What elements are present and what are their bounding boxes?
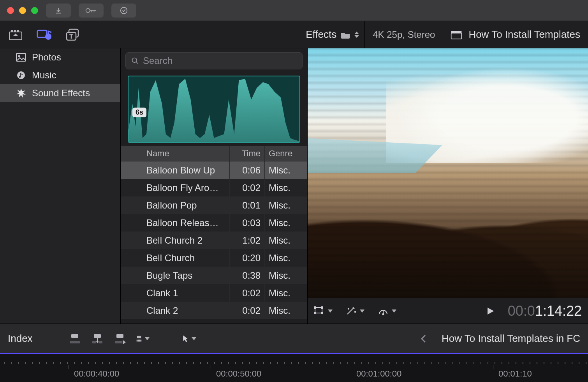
viewer-format-label: 4K 25p, Stereo <box>373 29 435 40</box>
table-row[interactable]: Bell Church 21:02Misc. <box>121 232 307 249</box>
viewer-panel: 00:0 1:14:22 <box>308 48 588 324</box>
connect-clip-button[interactable] <box>68 332 82 345</box>
table-row[interactable]: Balloon Fly Aro…0:02Misc. <box>121 179 307 196</box>
svg-rect-24 <box>314 312 316 314</box>
viewer-canvas[interactable] <box>308 48 588 298</box>
project-title: How To Install Templates <box>468 28 580 41</box>
svg-rect-13 <box>451 31 462 33</box>
ruler-tick <box>493 365 493 369</box>
col-header-name[interactable]: Name <box>143 146 229 161</box>
svg-point-28 <box>382 313 384 315</box>
row-time: 0:20 <box>229 249 264 267</box>
row-name: Balloon Pop <box>143 196 229 214</box>
table-row[interactable]: Clank 10:02Misc. <box>121 284 307 302</box>
svg-point-1 <box>121 7 127 14</box>
sidebar-item-label: Sound Effects <box>32 88 90 99</box>
titles-generators-tab-icon[interactable]: T <box>65 28 81 42</box>
row-genre: Misc. <box>264 214 307 232</box>
svg-rect-41 <box>137 340 140 341</box>
svg-point-27 <box>355 311 356 312</box>
row-genre: Misc. <box>264 249 307 267</box>
table-row[interactable]: Clank 20:02Misc. <box>121 302 307 319</box>
table-row[interactable]: Bugle Taps0:38Misc. <box>121 267 307 284</box>
import-button[interactable] <box>46 4 71 18</box>
insert-clip-button[interactable] <box>90 332 104 345</box>
chevron-down-icon <box>145 337 150 340</box>
music-icon <box>16 70 26 81</box>
viewer-timecode[interactable]: 00:0 1:14:22 <box>508 303 582 319</box>
chevron-updown-icon <box>354 32 359 38</box>
row-name: Bell Church 2 <box>143 232 229 249</box>
search-icon <box>131 57 139 65</box>
ruler-label: 00:01:00:00 <box>356 369 401 379</box>
clapper-icon <box>451 30 462 40</box>
timeline-ruler[interactable]: 00:00:40:0000:00:50:0000:01:00:0000:01:1… <box>0 353 588 382</box>
svg-point-16 <box>17 71 25 79</box>
chevron-down-icon <box>328 309 333 313</box>
row-time: 0:02 <box>229 284 264 302</box>
svg-rect-34 <box>99 341 102 343</box>
sidebar-item-music[interactable]: Music <box>0 66 120 84</box>
col-header-time[interactable]: Time <box>229 146 264 161</box>
chevron-down-icon <box>360 309 364 313</box>
sidebar-item-label: Photos <box>32 52 61 63</box>
history-back-button[interactable] <box>421 334 426 343</box>
table-row[interactable]: Bell Church0:20Misc. <box>121 249 307 267</box>
browser-scope-popup[interactable]: Effects <box>306 28 364 41</box>
col-header-genre[interactable]: Genre <box>264 146 307 161</box>
table-row[interactable]: Balloon Pop0:01Misc. <box>121 196 307 214</box>
row-time: 0:02 <box>229 302 264 319</box>
minimize-window-button[interactable] <box>19 7 26 14</box>
effects-table: Name Time Genre Balloon Blow Up0:06Misc.… <box>121 146 307 324</box>
svg-marker-42 <box>183 335 188 342</box>
table-row[interactable]: Balloon Releas…0:03Misc. <box>121 214 307 232</box>
svg-rect-23 <box>321 307 323 308</box>
row-time: 0:38 <box>229 267 264 284</box>
sidebar-item-photos[interactable]: Photos <box>0 48 120 66</box>
zoom-window-button[interactable] <box>31 7 38 14</box>
row-time: 1:02 <box>229 232 264 249</box>
timeline-project-title: How To Install Templates in FC <box>442 332 580 345</box>
close-window-button[interactable] <box>7 7 14 14</box>
row-name: Clank 1 <box>143 284 229 302</box>
row-genre: Misc. <box>264 161 307 179</box>
search-field[interactable] <box>125 52 303 69</box>
svg-rect-31 <box>70 341 80 343</box>
index-button[interactable]: Index <box>8 332 33 345</box>
row-name: Bell Church <box>143 249 229 267</box>
window-traffic-lights <box>7 7 38 14</box>
photos-music-tab-icon[interactable] <box>37 28 52 42</box>
enhance-tool-popup[interactable] <box>346 306 364 316</box>
svg-marker-18 <box>16 88 26 98</box>
ruler-tick <box>211 365 211 369</box>
svg-text:T: T <box>69 33 73 40</box>
viewer-toolbar: 00:0 1:14:22 <box>308 298 588 324</box>
keyword-button[interactable] <box>79 4 104 18</box>
svg-rect-36 <box>116 334 123 338</box>
libraries-tab-icon[interactable] <box>8 28 23 42</box>
transform-tool-popup[interactable] <box>314 306 333 316</box>
ruler-label: 00:00:50:00 <box>216 369 261 379</box>
ruler-label: 00:01:10 <box>498 369 532 379</box>
sidebar-item-label: Music <box>32 70 56 81</box>
background-tasks-button[interactable] <box>111 4 136 18</box>
play-button[interactable] <box>487 307 495 315</box>
row-genre: Misc. <box>264 196 307 214</box>
search-input[interactable] <box>142 55 297 67</box>
append-clip-button[interactable] <box>113 332 127 345</box>
svg-rect-3 <box>11 30 13 32</box>
svg-marker-29 <box>488 308 494 315</box>
sidebar-item-sound-effects[interactable]: Sound Effects <box>0 84 120 102</box>
media-sidebar: Photos Music Sound Effects <box>0 48 121 324</box>
audio-preview-waveform[interactable]: 6s <box>128 76 300 143</box>
svg-rect-4 <box>14 30 16 32</box>
retime-tool-popup[interactable] <box>378 306 396 316</box>
row-name: Balloon Blow Up <box>143 161 229 179</box>
svg-rect-32 <box>94 334 101 338</box>
overwrite-clip-popup[interactable] <box>136 332 150 345</box>
row-genre: Misc. <box>264 179 307 196</box>
select-tool-popup[interactable] <box>182 332 196 345</box>
table-row[interactable]: Balloon Blow Up0:06Misc. <box>121 161 307 179</box>
chevron-down-icon <box>192 337 196 340</box>
svg-rect-5 <box>17 30 19 32</box>
